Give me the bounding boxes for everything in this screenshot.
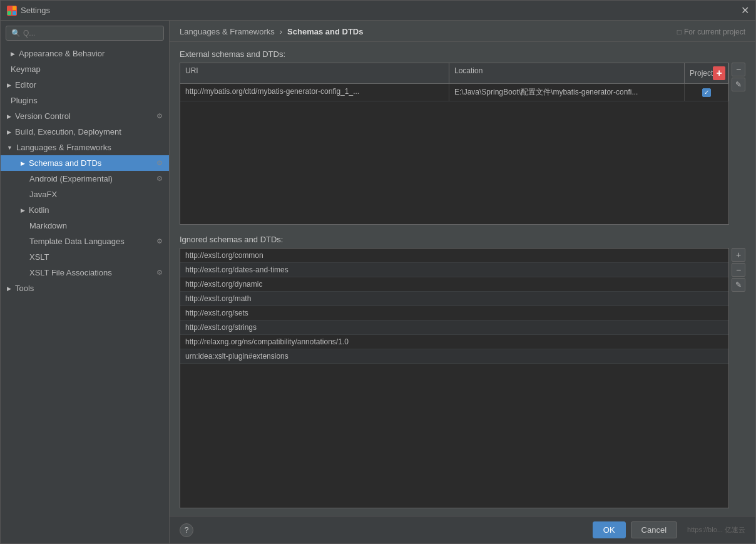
collapse-arrow: ▶ [11,51,15,57]
breadcrumb-current: Schemas and DTDs [287,27,363,36]
collapse-arrow: ▶ [7,113,11,120]
collapse-arrow: ▶ [7,285,11,292]
sidebar-item-label: Template Data Languages [29,237,125,246]
sidebar-item-tools[interactable]: ▶ Tools [1,280,169,296]
sidebar-item-label: XSLT File Associations [29,268,112,277]
sidebar-item-label: Version Control [15,111,71,121]
sidebar-item-xslt[interactable]: XSLT [1,249,169,265]
table-header: URI Location Project + [180,63,728,84]
remove-external-button[interactable]: − [732,63,745,76]
search-box[interactable]: 🔍 [6,26,164,41]
schemas-badge: ⚙ [156,159,163,167]
sidebar-item-template-data[interactable]: Template Data Languages ⚙ [1,234,169,249]
ignored-row[interactable]: http://exslt.org/dynamic [180,277,728,292]
breadcrumb: Languages & Frameworks › Schemas and DTD… [170,21,755,42]
col-header-uri: URI [180,63,449,83]
sidebar: 🔍 ▶ Appearance & Behavior Keymap ▶ Edito… [1,21,170,543]
sidebar-item-languages[interactable]: ▼ Languages & Frameworks [1,140,169,155]
main-panel: Languages & Frameworks › Schemas and DTD… [170,21,755,543]
app-icon [7,6,17,16]
ignored-row[interactable]: http://exslt.org/strings [180,321,728,335]
svg-rect-0 [8,6,11,10]
ignored-row[interactable]: urn:idea:xslt-plugin#extensions [180,349,728,364]
panel-body: External schemas and DTDs: URI Location [170,42,755,516]
external-section: External schemas and DTDs: URI Location [180,49,745,225]
add-ignored-button[interactable]: + [732,248,745,262]
svg-rect-3 [13,11,16,15]
add-external-button[interactable]: + [713,66,725,80]
edit-external-button[interactable]: ✎ [732,78,745,91]
table-row[interactable]: http://mybatis.org/dtd/mybatis-generator… [180,84,728,101]
project-icon: □ [677,28,682,36]
content-area: 🔍 ▶ Appearance & Behavior Keymap ▶ Edito… [1,21,755,543]
sidebar-item-label: Appearance & Behavior [19,49,105,58]
col-header-project: Project + [685,63,728,83]
collapse-arrow: ▶ [21,160,25,167]
sidebar-item-version-control[interactable]: ▶ Version Control ⚙ [1,108,169,124]
remove-ignored-button[interactable]: − [732,263,745,277]
td-location: E:\Java\SpringBoot\配置文件\mybatis-generato… [449,84,685,101]
sidebar-item-javafx[interactable]: JavaFX [1,187,169,202]
sidebar-item-build[interactable]: ▶ Build, Execution, Deployment [1,124,169,140]
sidebar-item-label: Android (Experimental) [29,174,113,183]
project-scope[interactable]: □ For current project [677,28,745,36]
sidebar-item-label: Schemas and DTDs [29,158,101,168]
title-bar-left: Settings [7,6,50,16]
collapse-arrow: ▼ [7,145,13,151]
title-bar: Settings ✕ [1,1,755,21]
ignored-row[interactable]: http://exslt.org/common [180,249,728,263]
external-side-buttons: − ✎ [729,63,745,225]
sidebar-item-markdown[interactable]: Markdown [1,218,169,234]
sidebar-item-android[interactable]: Android (Experimental) ⚙ [1,171,169,187]
close-button[interactable]: ✕ [741,6,749,16]
sidebar-item-label: Editor [15,80,36,90]
svg-rect-2 [8,11,11,15]
col-header-location: Location [449,63,685,83]
help-button[interactable]: ? [180,523,193,537]
sidebar-item-appearance[interactable]: ▶ Appearance & Behavior [1,46,169,61]
project-label: For current project [684,28,745,36]
sidebar-item-label: Plugins [11,96,38,105]
footer: ? OK Cancel https://blo... 亿速云 [170,516,755,543]
external-section-label: External schemas and DTDs: [180,49,745,59]
ignored-row[interactable]: http://relaxng.org/ns/compatibility/anno… [180,335,728,349]
breadcrumb-parent: Languages & Frameworks [180,27,275,36]
external-table-area: URI Location Project + [180,63,745,225]
sidebar-item-kotlin[interactable]: ▶ Kotlin [1,202,169,218]
sidebar-item-label: Tools [15,284,34,293]
td-uri: http://mybatis.org/dtd/mybatis-generator… [180,84,449,101]
cancel-button[interactable]: Cancel [631,521,677,538]
search-input[interactable] [23,29,158,38]
ignored-side-buttons: + − ✎ [729,248,745,508]
template-badge: ⚙ [156,237,163,245]
sidebar-item-plugins[interactable]: Plugins [1,93,169,108]
collapse-arrow: ▶ [7,129,11,135]
vcs-badge: ⚙ [156,112,163,120]
project-checkbox[interactable]: ✓ [702,88,711,97]
ignored-table: http://exslt.org/common http://exslt.org… [180,248,729,508]
sidebar-item-keymap[interactable]: Keymap [1,61,169,77]
ignored-row[interactable]: http://exslt.org/sets [180,306,728,321]
ignored-row[interactable]: http://exslt.org/math [180,292,728,306]
settings-window: Settings ✕ 🔍 ▶ Appearance & Behavior Key… [0,0,756,544]
sidebar-item-label: Keymap [11,64,41,74]
sidebar-item-label: Build, Execution, Deployment [15,127,121,136]
ignored-section-label: Ignored schemas and DTDs: [180,235,745,244]
sidebar-item-label: XSLT [29,252,49,262]
ignored-row[interactable]: http://exslt.org/dates-and-times [180,263,728,277]
sidebar-item-xslt-file[interactable]: XSLT File Associations ⚙ [1,265,169,280]
td-project: ✓ [685,84,728,101]
edit-ignored-button[interactable]: ✎ [732,278,745,292]
watermark: https://blo... 亿速云 [687,525,745,535]
android-badge: ⚙ [156,175,163,183]
sidebar-item-editor[interactable]: ▶ Editor [1,77,169,93]
sidebar-item-label: Languages & Frameworks [16,143,111,152]
sidebar-item-label: JavaFX [29,190,57,199]
sidebar-item-label: Kotlin [29,205,49,215]
sidebar-item-schemas-dtds[interactable]: ▶ Schemas and DTDs ⚙ [1,155,169,171]
ignored-table-area: http://exslt.org/common http://exslt.org… [180,248,745,508]
sidebar-item-label: Markdown [29,221,67,230]
svg-rect-1 [13,6,16,10]
ok-button[interactable]: OK [593,521,626,538]
collapse-arrow: ▶ [21,207,25,213]
